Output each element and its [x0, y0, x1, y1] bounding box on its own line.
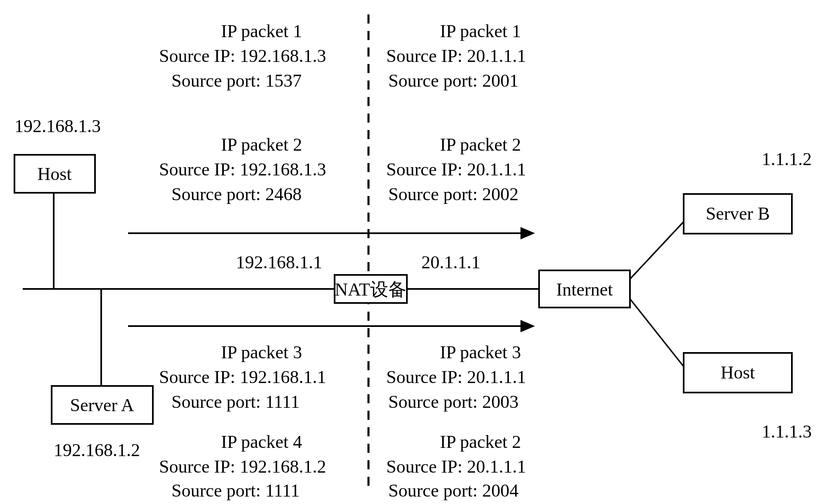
p1r-line3: Source port: 2001 — [388, 71, 518, 91]
p3l-line3: Source port: 1111 — [171, 392, 299, 412]
p4r-line1: IP packet 2 — [440, 432, 521, 452]
server-b-link — [630, 222, 684, 279]
server-b-ip: 1.1.1.2 — [762, 149, 812, 169]
packet2-right: IP packet 2 Source IP: 20.1.1.1 Source p… — [386, 135, 526, 204]
p1l-line3: Source port: 1537 — [171, 71, 302, 91]
packet3-right: IP packet 3 Source IP: 20.1.1.1 Source p… — [386, 342, 526, 412]
p2l-line2: Source IP: 192.168.1.3 — [159, 159, 326, 180]
host-right-label: Host — [720, 362, 755, 383]
p1r-line2: Source IP: 20.1.1.1 — [386, 46, 526, 66]
nat-right-ip: 20.1.1.1 — [421, 252, 480, 272]
p2r-line2: Source IP: 20.1.1.1 — [386, 159, 526, 180]
packet1-right: IP packet 1 Source IP: 20.1.1.1 Source p… — [386, 21, 526, 91]
p1l-line1: IP packet 1 — [221, 21, 302, 41]
nat-label: NAT设备 — [335, 279, 406, 300]
p1l-line2: Source IP: 192.168.1.3 — [159, 46, 326, 66]
p2r-line1: IP packet 2 — [440, 135, 521, 155]
host-right-link — [630, 299, 684, 367]
p2l-line3: Source port: 2468 — [171, 184, 302, 204]
p4r-line2: Source IP: 20.1.1.1 — [386, 457, 526, 477]
p2l-line1: IP packet 2 — [221, 135, 302, 155]
p3l-line1: IP packet 3 — [221, 342, 302, 362]
p3r-line2: Source IP: 20.1.1.1 — [386, 367, 526, 387]
p4l-line3: Source port: 1111 — [171, 480, 299, 501]
nat-left-ip: 192.168.1.1 — [236, 252, 322, 272]
p3r-line3: Source port: 2003 — [388, 392, 518, 412]
p4l-line2: Source IP: 192.168.1.2 — [159, 457, 326, 477]
p1r-line1: IP packet 1 — [440, 21, 521, 41]
host-right-ip: 1.1.1.3 — [762, 421, 812, 442]
p4r-line3: Source port: 2004 — [388, 480, 518, 501]
server-b-label: Server B — [706, 203, 770, 224]
p2r-line3: Source port: 2002 — [388, 184, 518, 204]
packet4-right: IP packet 2 Source IP: 20.1.1.1 Source p… — [386, 432, 526, 501]
packet4-left: IP packet 4 Source IP: 192.168.1.2 Sourc… — [159, 432, 326, 501]
p3r-line1: IP packet 3 — [440, 342, 521, 362]
arrow-lower-head — [520, 320, 535, 332]
arrow-upper-head — [520, 227, 535, 239]
packet3-left: IP packet 3 Source IP: 192.168.1.1 Sourc… — [159, 342, 326, 412]
p3l-line2: Source IP: 192.168.1.1 — [159, 367, 326, 387]
server-a-ip: 192.168.1.2 — [54, 440, 140, 460]
packet2-left: IP packet 2 Source IP: 192.168.1.3 Sourc… — [159, 135, 326, 204]
packet1-left: IP packet 1 Source IP: 192.168.1.3 Sourc… — [159, 21, 326, 91]
host-left-ip: 192.168.1.3 — [14, 116, 101, 136]
server-a-label: Server A — [70, 395, 134, 415]
p4l-line1: IP packet 4 — [221, 432, 302, 452]
internet-label: Internet — [556, 279, 613, 300]
nat-diagram: NAT设备 Internet Host 192.168.1.3 Server A… — [0, 0, 827, 504]
host-left-label: Host — [37, 164, 71, 184]
